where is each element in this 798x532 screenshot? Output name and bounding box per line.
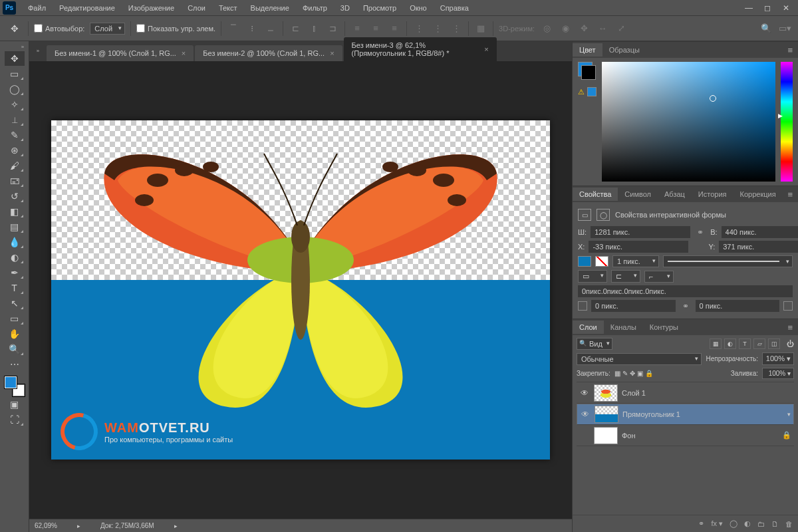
layer-name[interactable]: Фон: [622, 432, 778, 440]
layer-thumbnail[interactable]: [595, 406, 618, 423]
autoselect-checkbox[interactable]: Автовыбор:: [34, 24, 84, 33]
distribute-left-icon[interactable]: ⋮: [412, 22, 426, 35]
tab-adjustments[interactable]: Коррекция: [733, 188, 783, 201]
blur-tool[interactable]: 💧: [5, 235, 25, 249]
delete-icon[interactable]: 🗑: [785, 520, 793, 528]
layer-row[interactable]: Фон 🔒: [577, 425, 794, 446]
menu-layers[interactable]: Слои: [181, 2, 212, 14]
filter-toggle-icon[interactable]: ⏻: [787, 340, 794, 348]
dodge-tool[interactable]: ◐: [5, 250, 25, 265]
fill-input[interactable]: 100% ▾: [762, 368, 794, 379]
layer-row[interactable]: 👁 Слой 1: [577, 382, 794, 404]
document-tab-3[interactable]: Без имени-3 @ 62,1% (Прямоугольник 1, RG…: [344, 37, 497, 61]
history-brush-tool[interactable]: ↺: [5, 189, 25, 203]
new-layer-icon[interactable]: 🗋: [771, 520, 779, 528]
menu-text[interactable]: Текст: [212, 2, 244, 14]
stroke-align-select[interactable]: ▭: [578, 270, 607, 283]
doc-size[interactable]: Док: 2,75M/3,66M: [100, 522, 154, 529]
lock-all-icon[interactable]: 🔒: [645, 370, 653, 377]
menu-3d[interactable]: 3D: [334, 2, 356, 14]
align-top-icon[interactable]: ⎺: [227, 22, 240, 35]
tabs-collapse-icon[interactable]: »: [33, 48, 43, 55]
workspace-switcher-icon[interactable]: ▭▾: [778, 22, 791, 35]
filter-adjust-icon[interactable]: ◐: [724, 338, 736, 349]
autoselect-target-select[interactable]: Слой: [90, 23, 125, 35]
align-bottom-icon[interactable]: ⎽: [264, 22, 277, 35]
layer-name[interactable]: Прямоугольник 1: [622, 410, 791, 418]
menu-image[interactable]: Изображение: [122, 2, 181, 14]
filter-shape-icon[interactable]: ▱: [753, 338, 765, 349]
height-input[interactable]: [722, 226, 798, 238]
distribute-top-icon[interactable]: ≡: [350, 22, 364, 35]
menu-help[interactable]: Справка: [434, 2, 475, 14]
filter-smart-icon[interactable]: ◫: [768, 338, 780, 349]
show-controls-checkbox[interactable]: Показать упр. элем.: [136, 24, 215, 33]
blend-mode-select[interactable]: Обычные: [577, 353, 702, 365]
document-tab-2[interactable]: Без имени-2 @ 100% (Слой 1, RG...×: [195, 45, 342, 61]
corner-tl-input[interactable]: [591, 300, 676, 312]
tab-channels[interactable]: Каналы: [604, 321, 643, 334]
document-tab-1[interactable]: Без имени-1 @ 100% (Слой 1, RG...×: [47, 45, 194, 61]
rectangle-shape-tool[interactable]: ▭: [5, 311, 25, 326]
menu-filter[interactable]: Фильтр: [296, 2, 334, 14]
eyedropper-tool[interactable]: ✎: [5, 128, 25, 142]
layer-row[interactable]: 👁 Прямоугольник 1: [577, 404, 794, 425]
search-icon[interactable]: 🔍: [759, 22, 773, 35]
link-wh-icon[interactable]: ⚭: [694, 227, 706, 237]
distribute-vcenter-icon[interactable]: ≡: [369, 22, 382, 35]
quick-mask-icon[interactable]: ▣: [5, 397, 25, 412]
corner-tr-input[interactable]: [696, 300, 780, 312]
filter-pixel-icon[interactable]: ▦: [710, 338, 722, 349]
zoom-arrow-icon[interactable]: ▸: [77, 523, 80, 529]
doc-arrow-icon[interactable]: ▸: [174, 523, 178, 529]
visibility-icon[interactable]: 👁: [579, 388, 590, 398]
tab-color[interactable]: Цвет: [573, 43, 602, 57]
tab-paragraph[interactable]: Абзац: [658, 188, 692, 201]
corners-combined-input[interactable]: [578, 285, 793, 297]
fg-swatch[interactable]: [578, 62, 593, 76]
auto-align-icon[interactable]: ▦: [474, 22, 487, 35]
lock-artboard-icon[interactable]: ▣: [637, 370, 643, 377]
corner-tr-icon[interactable]: [783, 301, 793, 311]
menu-view[interactable]: Просмотр: [356, 2, 403, 14]
menu-window[interactable]: Окно: [403, 2, 434, 14]
pen-tool[interactable]: ✒: [5, 265, 25, 280]
tab-swatches[interactable]: Образцы: [602, 43, 646, 57]
filter-type-icon[interactable]: T: [739, 338, 751, 349]
distribute-hcenter-icon[interactable]: ⋮: [431, 22, 444, 35]
color-swatches[interactable]: [5, 376, 25, 396]
tab-character[interactable]: Символ: [618, 188, 658, 201]
eraser-tool[interactable]: ◧: [5, 204, 25, 219]
tab-paths[interactable]: Контуры: [643, 321, 685, 334]
mask-properties-icon[interactable]: ◯: [597, 209, 610, 221]
brush-tool[interactable]: 🖌: [5, 158, 25, 173]
distribute-bottom-icon[interactable]: ≡: [388, 22, 401, 35]
mask-icon[interactable]: ◯: [730, 519, 737, 528]
crop-tool[interactable]: ⟂: [5, 112, 25, 127]
edit-toolbar-icon[interactable]: ⋯: [5, 357, 25, 372]
tab-close-icon[interactable]: ×: [330, 49, 334, 57]
toolbar-collapse-icon[interactable]: »: [18, 44, 27, 51]
move-tool-icon[interactable]: ✥: [7, 21, 23, 37]
layer-filter-kind-select[interactable]: Вид: [577, 338, 612, 350]
hue-slider[interactable]: ▶: [781, 62, 793, 182]
marquee-tool[interactable]: ▭: [5, 66, 25, 81]
magic-wand-tool[interactable]: ✧: [5, 97, 25, 112]
tab-layers[interactable]: Слои: [573, 321, 604, 334]
tab-close-icon[interactable]: ×: [484, 45, 488, 53]
menu-select[interactable]: Выделение: [244, 2, 296, 14]
clone-stamp-tool[interactable]: 🖃: [5, 174, 25, 188]
adjustment-icon[interactable]: ◐: [744, 519, 751, 528]
window-close-icon[interactable]: ✕: [777, 3, 795, 13]
gamut-warning[interactable]: ⚠: [578, 87, 597, 96]
lock-pixels-icon[interactable]: ▦: [614, 370, 620, 377]
stroke-style-select[interactable]: ▾: [663, 255, 793, 267]
distribute-right-icon[interactable]: ⋮: [450, 22, 463, 35]
panel-menu-icon[interactable]: ≡: [782, 323, 798, 332]
path-selection-tool[interactable]: ↖: [5, 296, 25, 311]
layer-thumbnail[interactable]: [594, 427, 618, 444]
y-input[interactable]: [719, 241, 798, 253]
menu-file[interactable]: Файл: [21, 2, 53, 14]
screen-mode-icon[interactable]: ⛶: [5, 412, 25, 427]
align-left-icon[interactable]: ⊏: [289, 22, 302, 35]
